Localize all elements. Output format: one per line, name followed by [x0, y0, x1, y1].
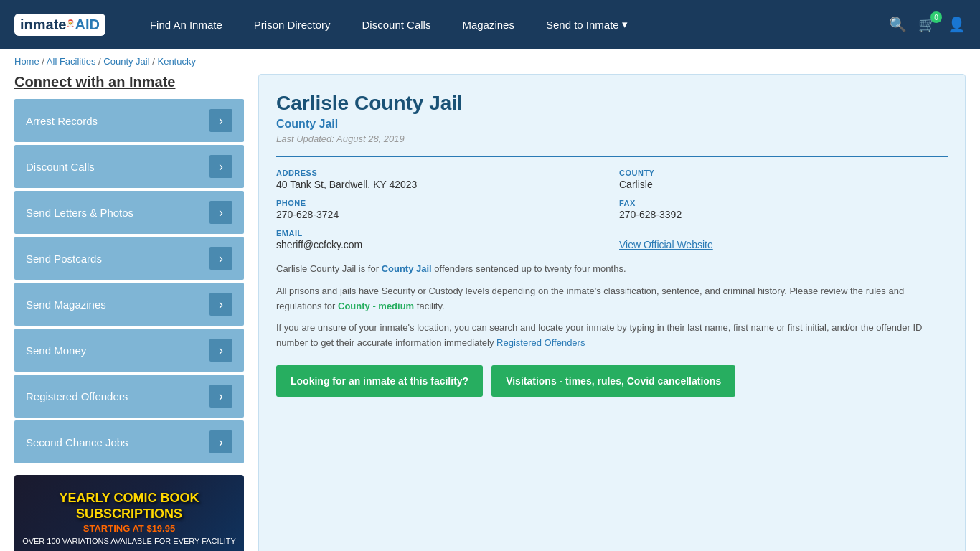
arrow-icon: ›: [209, 247, 232, 270]
facility-description-1: Carlisle County Jail is for County Jail …: [276, 262, 948, 277]
phone-value: 270-628-3724: [276, 209, 605, 220]
county-block: COUNTY Carlisle: [619, 169, 948, 190]
facility-title: Carlisle County Jail: [276, 92, 948, 115]
county-label: COUNTY: [619, 169, 948, 177]
address-block: ADDRESS 40 Tank St, Bardwell, KY 42023: [276, 169, 605, 190]
nav-right-icons: 🔍 🛒 0 👤: [889, 16, 966, 33]
breadcrumb: Home / All Facilities / County Jail / Ke…: [0, 49, 980, 74]
phone-block: PHONE 270-628-3724: [276, 199, 605, 220]
user-icon[interactable]: 👤: [948, 16, 966, 33]
breadcrumb-county-jail[interactable]: County Jail: [103, 56, 149, 67]
sidebar-menu: Arrest Records › Discount Calls › Send L…: [14, 99, 244, 463]
facility-panel: Carlisle County Jail County Jail Last Up…: [258, 74, 966, 551]
address-label: ADDRESS: [276, 169, 605, 177]
sidebar-title: Connect with an Inmate: [14, 74, 244, 90]
cart-badge: 0: [930, 11, 942, 23]
fax-block: FAX 270-628-3392: [619, 199, 948, 220]
email-label: EMAIL: [276, 229, 605, 237]
breadcrumb-state[interactable]: Kentucky: [157, 56, 195, 67]
arrow-icon: ›: [209, 201, 232, 224]
sidebar-item-send-letters[interactable]: Send Letters & Photos ›: [14, 191, 244, 234]
fax-value: 270-628-3392: [619, 209, 948, 220]
breadcrumb-all-facilities[interactable]: All Facilities: [47, 56, 96, 67]
nav-magazines[interactable]: Magazines: [446, 0, 530, 49]
sidebar-item-registered-offenders[interactable]: Registered Offenders ›: [14, 375, 244, 418]
visitation-button[interactable]: Visitations - times, rules, Covid cancel…: [491, 365, 735, 397]
main-content: Connect with an Inmate Arrest Records › …: [0, 74, 980, 551]
sidebar-item-send-money[interactable]: Send Money ›: [14, 329, 244, 372]
arrow-icon: ›: [209, 430, 232, 453]
sidebar-item-discount-calls[interactable]: Discount Calls ›: [14, 145, 244, 188]
search-icon[interactable]: 🔍: [889, 16, 907, 33]
facility-type: County Jail: [276, 118, 948, 131]
logo-hat: 🎅: [66, 19, 75, 27]
nav-discount-calls[interactable]: Discount Calls: [347, 0, 447, 49]
sidebar-item-second-chance-jobs[interactable]: Second Chance Jobs ›: [14, 420, 244, 463]
sidebar-item-send-magazines[interactable]: Send Magazines ›: [14, 283, 244, 326]
nav-find-inmate[interactable]: Find An Inmate: [134, 0, 238, 49]
ad-subtitle: OVER 100 VARIATIONS AVAILABLE FOR EVERY …: [22, 537, 237, 545]
registered-offenders-link[interactable]: Registered Offenders: [496, 337, 585, 348]
sidebar-item-send-postcards[interactable]: Send Postcards ›: [14, 237, 244, 280]
website-block: View Official Website: [619, 229, 948, 250]
breadcrumb-home[interactable]: Home: [14, 56, 39, 67]
nav-prison-directory[interactable]: Prison Directory: [238, 0, 347, 49]
phone-label: PHONE: [276, 199, 605, 207]
ad-price: STARTING AT $19.95: [22, 523, 237, 534]
navigation: inmate 🎅 AID Find An Inmate Prison Direc…: [0, 0, 980, 49]
arrow-icon: ›: [209, 385, 232, 408]
ad-title: YEARLY COMIC BOOK SUBSCRIPTIONS: [22, 491, 237, 522]
email-block: EMAIL sheriff@ccfcky.com: [276, 229, 605, 250]
action-buttons: Looking for an inmate at this facility? …: [276, 365, 948, 397]
nav-links: Find An Inmate Prison Directory Discount…: [134, 0, 889, 49]
sidebar-ad[interactable]: YEARLY COMIC BOOK SUBSCRIPTIONS STARTING…: [14, 475, 244, 551]
view-official-website-link[interactable]: View Official Website: [619, 239, 713, 250]
arrow-icon: ›: [209, 293, 232, 316]
facility-last-updated: Last Updated: August 28, 2019: [276, 133, 948, 144]
nav-send-to-inmate[interactable]: Send to Inmate ▾: [530, 0, 644, 49]
facility-description-3: If you are unsure of your inmate's locat…: [276, 321, 948, 351]
address-value: 40 Tank St, Bardwell, KY 42023: [276, 179, 605, 190]
arrow-icon: ›: [209, 339, 232, 362]
facility-divider: [276, 156, 948, 157]
find-inmate-button[interactable]: Looking for an inmate at this facility?: [276, 365, 483, 397]
arrow-icon: ›: [209, 155, 232, 178]
facility-description-2: All prisons and jails have Security or C…: [276, 284, 948, 314]
logo-text-aid: AID: [75, 17, 99, 33]
county-value: Carlisle: [619, 179, 948, 190]
ad-content: YEARLY COMIC BOOK SUBSCRIPTIONS STARTING…: [14, 484, 244, 551]
sidebar: Connect with an Inmate Arrest Records › …: [14, 74, 244, 551]
cart-icon[interactable]: 🛒 0: [918, 16, 936, 33]
logo-text-inmate: inmate: [20, 17, 66, 33]
logo[interactable]: inmate 🎅 AID: [14, 14, 105, 36]
facility-info-grid: ADDRESS 40 Tank St, Bardwell, KY 42023 C…: [276, 169, 948, 250]
county-medium-link[interactable]: County - medium: [338, 301, 414, 311]
county-jail-link-1[interactable]: County Jail: [382, 263, 432, 274]
email-value: sheriff@ccfcky.com: [276, 239, 605, 250]
arrow-icon: ›: [209, 109, 232, 132]
sidebar-item-arrest-records[interactable]: Arrest Records ›: [14, 99, 244, 142]
fax-label: FAX: [619, 199, 948, 207]
